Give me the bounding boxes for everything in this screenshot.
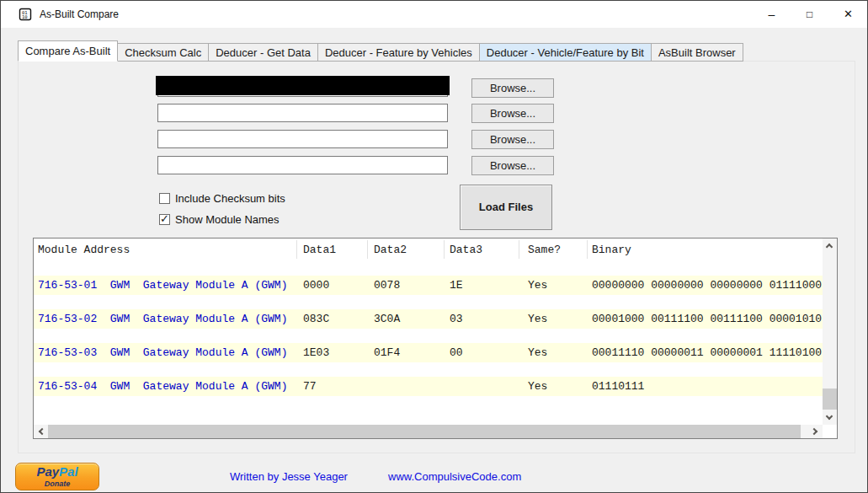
tab-checksum-calc[interactable]: Checksum Calc xyxy=(117,43,209,62)
col-data2: Data2 xyxy=(374,244,407,256)
paypal-logo: PayPal xyxy=(16,464,99,480)
file3-path-input[interactable] xyxy=(157,130,448,148)
scroll-up-button[interactable] xyxy=(823,238,837,253)
cell-data3: 03 xyxy=(450,313,463,325)
show-module-names-label: Show Module Names xyxy=(175,213,280,226)
tab-strip: Compare As-Built Checksum Calc Deducer -… xyxy=(18,40,743,62)
close-icon[interactable]: ✕ xyxy=(829,1,867,28)
grid-header: Module Address Data1 Data2 Data3 Same? B… xyxy=(34,238,823,260)
cell-data1: 083C xyxy=(303,313,329,325)
title-bar: 01 10 As-Built Compare – □ ✕ xyxy=(1,1,867,28)
show-module-names-checkbox[interactable] xyxy=(159,214,170,225)
cell-binary: 00011110 00000011 00000001 11110100 xyxy=(592,346,822,359)
window-title: As-Built Compare xyxy=(40,1,119,28)
tab-compare-as-built[interactable]: Compare As-Built xyxy=(18,40,118,62)
chevron-up-icon xyxy=(826,244,833,250)
file1-browse-button[interactable]: Browse... xyxy=(471,78,554,98)
horizontal-scroll-thumb[interactable] xyxy=(48,425,801,438)
scroll-down-button[interactable] xyxy=(823,410,837,425)
paypal-logo-pal: Pal xyxy=(59,464,78,479)
column-divider xyxy=(444,240,445,259)
tab-asbuilt-browser[interactable]: AsBuilt Browser xyxy=(651,43,743,62)
cell-same: Yes xyxy=(528,279,547,292)
chevron-down-icon xyxy=(826,413,833,420)
col-module-address: Module Address xyxy=(38,244,130,256)
cell-data1: 0000 xyxy=(303,279,329,292)
col-same: Same? xyxy=(528,244,561,256)
app-icon: 01 10 xyxy=(19,8,32,21)
grid-row[interactable]: 716-53-01 GWM Gateway Module A (GWM) 000… xyxy=(34,276,823,295)
file3-browse-button[interactable]: Browse... xyxy=(471,130,554,149)
maximize-icon[interactable]: □ xyxy=(791,1,828,28)
cell-same: Yes xyxy=(528,313,547,325)
column-divider xyxy=(587,240,588,259)
cell-data2: 01F4 xyxy=(374,346,400,359)
cell-binary: 01110111 xyxy=(592,380,644,393)
cell-data1: 1E03 xyxy=(303,346,329,359)
vertical-scroll-thumb[interactable] xyxy=(823,389,837,410)
app-window: 01 10 As-Built Compare – □ ✕ Compare As-… xyxy=(0,0,868,493)
scroll-left-button[interactable] xyxy=(34,425,48,439)
chevron-left-icon xyxy=(39,428,45,435)
file4-browse-button[interactable]: Browse... xyxy=(471,156,554,175)
cell-module: 716-53-02 GWM Gateway Module A (GWM) xyxy=(38,313,287,325)
paypal-logo-pay: Pay xyxy=(36,464,59,479)
cell-same: Yes xyxy=(528,346,547,359)
file2-path-input[interactable] xyxy=(157,104,448,122)
author-credit: Written by Jesse Yeager xyxy=(230,470,348,483)
column-divider xyxy=(296,240,297,259)
grid-row[interactable]: 716-53-03 GWM Gateway Module A (GWM) 1E0… xyxy=(34,343,823,362)
minimize-icon[interactable]: – xyxy=(753,1,791,28)
cell-binary: 00000000 00000000 00000000 01111000 xyxy=(592,279,822,292)
cell-module: 716-53-03 GWM Gateway Module A (GWM) xyxy=(38,346,287,359)
col-data3: Data3 xyxy=(450,244,482,256)
cell-data1: 77 xyxy=(303,380,317,393)
tab-deducer-get-data[interactable]: Deducer - Get Data xyxy=(208,43,318,62)
file2-browse-button[interactable]: Browse... xyxy=(471,104,554,123)
col-data1: Data1 xyxy=(303,244,336,256)
vertical-scrollbar[interactable] xyxy=(823,238,837,425)
cell-same: Yes xyxy=(528,380,547,393)
include-checksum-label: Include Checksum bits xyxy=(175,192,285,205)
col-binary: Binary xyxy=(592,244,631,256)
results-grid: Module Address Data1 Data2 Data3 Same? B… xyxy=(33,238,838,439)
cell-binary: 00001000 00111100 00111100 00001010 xyxy=(592,313,822,325)
cell-data3: 1E xyxy=(450,279,463,292)
tab-deducer-vehicle-feature-by-bit[interactable]: Deducer - Vehicle/Feature by Bit xyxy=(479,43,652,62)
website-link[interactable]: www.CompulsiveCode.com xyxy=(388,470,521,483)
load-files-button[interactable]: Load Files xyxy=(460,185,552,230)
cell-module: 716-53-04 GWM Gateway Module A (GWM) xyxy=(38,380,287,393)
chevron-right-icon xyxy=(811,428,817,435)
cell-module: 716-53-01 GWM Gateway Module A (GWM) xyxy=(38,279,287,292)
column-divider xyxy=(367,240,368,259)
horizontal-scrollbar[interactable] xyxy=(34,425,823,438)
cell-data2: 3C0A xyxy=(374,313,400,325)
tab-deducer-feature-by-vehicles[interactable]: Deducer - Feature by Vehicles xyxy=(317,43,480,62)
column-divider xyxy=(519,240,519,259)
file4-path-input[interactable] xyxy=(157,156,448,174)
paypal-donate-button[interactable]: PayPal Donate xyxy=(15,463,99,490)
grid-row[interactable]: 716-53-04 GWM Gateway Module A (GWM) 77 … xyxy=(34,377,823,396)
include-checksum-checkbox[interactable] xyxy=(159,193,170,204)
svg-text:10: 10 xyxy=(22,14,28,19)
scroll-right-button[interactable] xyxy=(808,425,823,439)
cell-data2: 0078 xyxy=(374,279,400,292)
grid-row[interactable]: 716-53-02 GWM Gateway Module A (GWM) 083… xyxy=(34,309,823,329)
file1-redacted-value xyxy=(156,76,450,95)
cell-data3: 00 xyxy=(450,346,463,359)
paypal-donate-label: Donate xyxy=(16,480,99,487)
